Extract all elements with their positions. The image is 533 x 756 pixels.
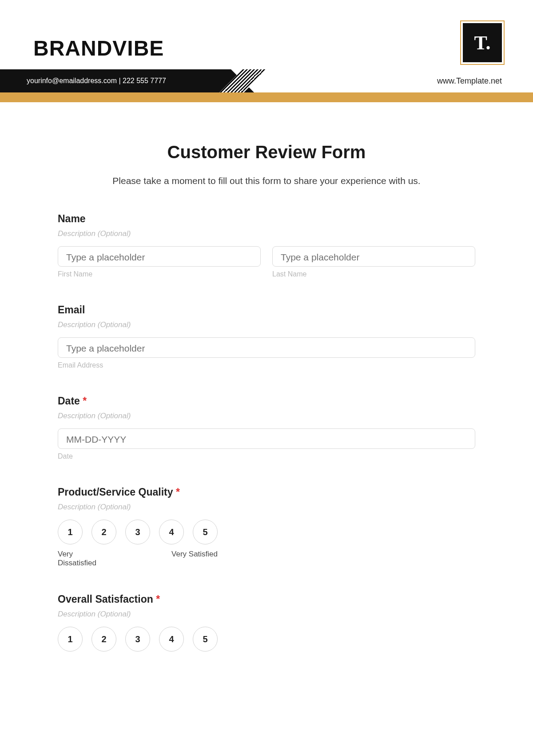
overall-rating-4[interactable]: 4 [159, 627, 184, 652]
header-bar-row: yourinfo@emailaddress.com | 222 555 7777… [0, 69, 533, 92]
name-label: Name [58, 213, 475, 225]
header-top: BRANDVIBE T. [0, 0, 533, 60]
quality-desc: Description (Optional) [58, 503, 475, 512]
contact-bar: yourinfo@emailaddress.com | 222 555 7777 [0, 69, 231, 92]
date-required: * [83, 395, 87, 407]
quality-rating-row: 1 2 3 4 5 [58, 520, 475, 544]
overall-rating-5[interactable]: 5 [193, 627, 218, 652]
overall-label: Overall Satisfaction * [58, 593, 475, 605]
email-desc: Description (Optional) [58, 320, 475, 329]
overall-rating-3[interactable]: 3 [125, 627, 150, 652]
overall-required: * [156, 593, 160, 605]
template-logo-text: T. [474, 32, 490, 54]
email-label: Email [58, 304, 475, 316]
quality-rating-2[interactable]: 2 [91, 520, 116, 544]
brand-name: BRANDVIBE [33, 36, 164, 60]
last-name-input[interactable] [272, 246, 475, 267]
date-sublabel: Date [58, 452, 475, 460]
overall-label-text: Overall Satisfaction [58, 593, 156, 605]
quality-rating-1[interactable]: 1 [58, 520, 83, 544]
quality-label: Product/Service Quality * [58, 486, 475, 498]
section-name: Name Description (Optional) First Name L… [58, 213, 475, 278]
date-label: Date * [58, 395, 475, 407]
date-desc: Description (Optional) [58, 412, 475, 420]
email-input[interactable] [58, 337, 475, 358]
quality-low-label: Very Dissatisfied [58, 550, 111, 568]
quality-label-text: Product/Service Quality [58, 486, 176, 498]
quality-rating-labels: Very Dissatisfied Very Satisfied [58, 550, 218, 568]
contact-text: yourinfo@emailaddress.com | 222 555 7777 [27, 77, 166, 85]
name-desc: Description (Optional) [58, 229, 475, 238]
form-intro: Please take a moment to fill out this fo… [58, 176, 475, 186]
quality-high-label: Very Satisfied [171, 550, 218, 568]
document-page: BRANDVIBE T. yourinfo@emailaddress.com |… [0, 0, 533, 669]
first-name-sublabel: First Name [58, 270, 261, 278]
overall-desc: Description (Optional) [58, 610, 475, 619]
first-name-input[interactable] [58, 246, 261, 267]
section-email: Email Description (Optional) Email Addre… [58, 304, 475, 369]
gold-strip [0, 92, 533, 102]
quality-rating-4[interactable]: 4 [159, 520, 184, 544]
section-overall: Overall Satisfaction * Description (Opti… [58, 593, 475, 652]
date-label-text: Date [58, 395, 83, 407]
last-name-sublabel: Last Name [272, 270, 475, 278]
quality-rating-3[interactable]: 3 [125, 520, 150, 544]
form-title: Customer Review Form [58, 142, 475, 162]
date-input[interactable] [58, 428, 475, 449]
website-text: www.Template.net [437, 76, 533, 86]
section-quality: Product/Service Quality * Description (O… [58, 486, 475, 568]
template-logo: T. [463, 23, 502, 62]
overall-rating-2[interactable]: 2 [91, 627, 116, 652]
form-container: Customer Review Form Please take a momen… [0, 102, 533, 669]
quality-required: * [176, 486, 180, 498]
quality-rating-5[interactable]: 5 [193, 520, 218, 544]
overall-rating-row: 1 2 3 4 5 [58, 627, 475, 652]
overall-rating-1[interactable]: 1 [58, 627, 83, 652]
email-sublabel: Email Address [58, 361, 475, 369]
section-date: Date * Description (Optional) Date [58, 395, 475, 460]
